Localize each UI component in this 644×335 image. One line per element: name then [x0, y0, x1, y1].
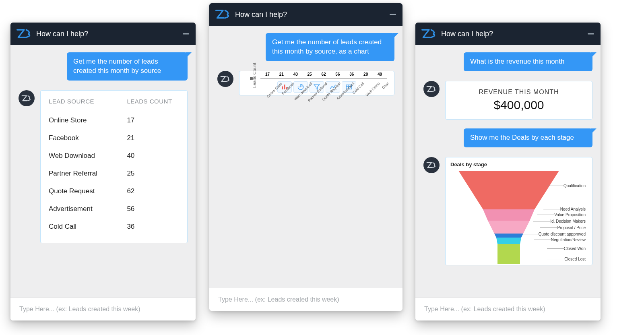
titlebar: How can I help?: [209, 3, 402, 26]
bot-avatar-icon: [423, 81, 440, 97]
user-message-2: Show me the Deals by each stage: [464, 128, 592, 147]
cell-leads-count: 36: [127, 223, 179, 231]
bot-avatar-icon: [19, 90, 35, 106]
minimize-icon[interactable]: [390, 14, 396, 15]
revenue-card: REVENUE THIS MONTH $400,000: [445, 81, 592, 120]
cell-leads-count: 17: [127, 116, 179, 124]
cell-lead-source: Web Download: [49, 152, 127, 160]
chat-input[interactable]: [19, 305, 188, 313]
chat-input-area: [10, 298, 196, 321]
funnel-legend-label: Negotiation/Review: [551, 238, 586, 242]
cell-leads-count: 25: [127, 170, 179, 178]
chart-y-axis-label: Leads Count: [252, 63, 257, 88]
chat-panel-3: How can I help? What is the revenue this…: [415, 23, 601, 321]
minimize-icon[interactable]: [588, 33, 594, 35]
cell-leads-count: 62: [127, 187, 179, 195]
funnel-legend-item: Proposal / Price: [557, 225, 586, 230]
funnel-card: Deals by stage QualificationNeed Analysi…: [445, 157, 592, 265]
funnel-legend-item: Closed Lost: [564, 257, 586, 261]
funnel-slice: [497, 261, 520, 264]
table-row: Quote Request62: [49, 182, 179, 200]
metric-title: REVENUE THIS MONTH: [454, 89, 584, 96]
chat-input[interactable]: [423, 305, 592, 313]
funnel-legend-item: Qualification: [564, 184, 586, 188]
bar-value-label: 56: [335, 72, 340, 77]
funnel-slice: [483, 209, 535, 215]
chat-title: How can I help?: [235, 10, 287, 19]
leads-chart-card: Leads Count 17Online Store21Facebook40We…: [239, 71, 394, 95]
chat-title: How can I help?: [441, 30, 493, 38]
zia-logo-icon: [215, 9, 231, 20]
funnel-legend-item: Closed Won: [564, 246, 586, 251]
cell-lead-source: Quote Request: [49, 187, 127, 195]
funnel-legend-item: Value Proposition: [554, 213, 586, 217]
table-row: Advertisement56: [49, 200, 179, 218]
cell-lead-source: Advertisement: [49, 205, 127, 213]
bot-avatar-icon: [217, 71, 233, 87]
table-row: Cold Call36: [49, 218, 179, 236]
bar-value-label: 36: [349, 72, 354, 77]
cell-lead-source: Online Store: [49, 116, 127, 124]
cell-leads-count: 21: [127, 134, 179, 142]
zia-logo-icon: [16, 28, 32, 39]
table-row: Online Store17: [49, 112, 179, 129]
funnel-legend-label: Value Proposition: [554, 213, 586, 217]
cell-leads-count: 56: [127, 205, 179, 213]
funnel-slice: [497, 244, 520, 261]
leads-table-card: LEAD SOURCE LEADS COUNT Online Store17Fa…: [40, 90, 188, 243]
funnel-slice: [491, 227, 526, 234]
funnel-legend-item: Id. Decision Makers: [550, 219, 586, 223]
user-message: Get me the number of leads created this …: [67, 52, 188, 81]
funnel-legend-label: Closed Won: [564, 246, 586, 251]
user-message: Get me the number of leads created this …: [266, 33, 394, 61]
funnel-slice: [494, 234, 523, 238]
funnel-legend-item: Negotiation/Review: [551, 238, 586, 242]
funnel-slice: [485, 215, 532, 221]
funnel-legend-item: Need Analysis: [560, 207, 586, 211]
funnel-legend-label: Quote discount appproved: [539, 232, 586, 236]
chat-panel-2: How can I help? Get me the number of lea…: [209, 3, 402, 311]
funnel-legend-label: Need Analysis: [560, 207, 586, 211]
titlebar: How can I help?: [10, 23, 196, 45]
col-lead-source: LEAD SOURCE: [49, 98, 127, 105]
bar-value-label: 62: [321, 72, 326, 77]
user-message-1: What is the revenue this month: [464, 52, 592, 71]
minimize-icon[interactable]: [183, 33, 189, 35]
funnel-slice: [458, 171, 559, 209]
y-tick: 70: [250, 76, 254, 81]
funnel-legend-label: Qualification: [564, 184, 586, 188]
chat-input[interactable]: [217, 296, 394, 304]
chat-input-area: [209, 288, 402, 311]
metric-value: $400,000: [454, 98, 584, 112]
funnel-legend-item: Quote discount appproved: [539, 232, 586, 236]
bot-avatar-icon: [423, 157, 440, 173]
table-row: Partner Referral25: [49, 165, 179, 182]
funnel-legend-label: Closed Lost: [564, 257, 586, 261]
chat-input-area: [415, 298, 601, 321]
bar-value-label: 40: [293, 72, 298, 77]
funnel-legend-label: Id. Decision Makers: [550, 219, 586, 223]
table-row: Web Download40: [49, 147, 179, 165]
bar-value-label: 40: [378, 72, 382, 77]
titlebar: How can I help?: [415, 23, 601, 45]
cell-lead-source: Facebook: [49, 134, 127, 142]
grid-line: [260, 79, 387, 79]
zia-logo-icon: [421, 28, 437, 39]
funnel-legend-label: Proposal / Price: [557, 225, 586, 230]
chat-panel-1: How can I help? Get me the number of lea…: [10, 23, 196, 321]
table-row: Facebook21: [49, 129, 179, 147]
bar-value-label: 20: [363, 72, 368, 77]
col-leads-count: LEADS COUNT: [127, 98, 179, 105]
cell-leads-count: 40: [127, 152, 179, 160]
funnel-slice: [488, 221, 530, 227]
cell-lead-source: Partner Referral: [49, 170, 127, 178]
funnel-slice: [496, 238, 521, 244]
bar-value-label: 25: [308, 72, 312, 77]
bar-value-label: 17: [265, 72, 270, 77]
funnel-title: Deals by stage: [450, 161, 587, 168]
chat-title: How can I help?: [36, 30, 88, 38]
bar-value-label: 21: [279, 72, 284, 77]
cell-lead-source: Cold Call: [49, 223, 127, 231]
